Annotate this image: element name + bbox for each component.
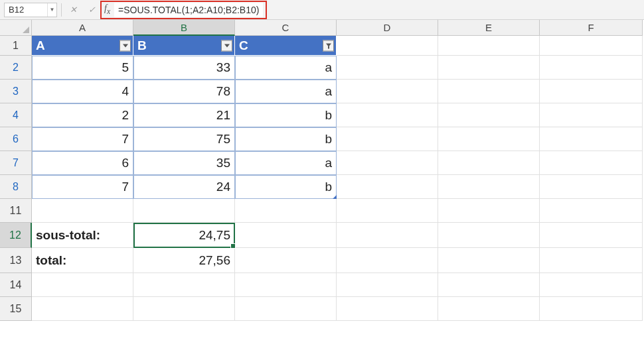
cell[interactable] <box>32 273 133 297</box>
filter-dropdown-icon[interactable] <box>120 40 131 51</box>
filter-dropdown-icon[interactable] <box>221 40 232 51</box>
cell[interactable] <box>337 297 438 321</box>
cell[interactable] <box>540 36 643 56</box>
table-cell[interactable]: b <box>235 175 337 199</box>
total-label-cell[interactable]: total: <box>32 248 133 273</box>
column-header-C[interactable]: C <box>235 20 337 36</box>
table-header-B[interactable]: B <box>133 36 235 56</box>
cell[interactable] <box>540 297 643 321</box>
cell[interactable] <box>235 273 337 297</box>
table-cell[interactable]: a <box>235 56 337 80</box>
table-cell[interactable]: 7 <box>32 175 133 199</box>
table-cell[interactable]: 35 <box>133 151 235 175</box>
cell[interactable] <box>337 273 438 297</box>
row-header-7[interactable]: 7 <box>0 151 32 175</box>
cell[interactable] <box>133 273 235 297</box>
cell[interactable] <box>540 273 643 297</box>
cell[interactable] <box>235 297 337 321</box>
row-header-1[interactable]: 1 <box>0 36 32 56</box>
cell[interactable] <box>438 151 540 175</box>
column-header-B[interactable]: B <box>133 20 235 36</box>
column-header-A[interactable]: A <box>32 20 133 36</box>
cell[interactable] <box>337 175 438 199</box>
table-cell[interactable]: 4 <box>32 80 133 103</box>
spreadsheet-grid[interactable]: A B C D E F 1 2 3 4 6 7 8 11 12 13 14 15… <box>0 20 644 362</box>
cell[interactable] <box>438 56 540 80</box>
cell[interactable] <box>540 103 643 127</box>
subtotal-value-cell[interactable]: 24,75 <box>133 223 235 248</box>
cell[interactable] <box>438 175 540 199</box>
cell[interactable] <box>133 297 235 321</box>
cell[interactable] <box>337 80 438 103</box>
cell[interactable] <box>133 199 235 223</box>
cell[interactable] <box>337 248 438 273</box>
row-header-11[interactable]: 11 <box>0 199 32 223</box>
cell[interactable] <box>438 297 540 321</box>
column-header-F[interactable]: F <box>540 20 643 36</box>
cell[interactable] <box>438 103 540 127</box>
name-box-dropdown-icon[interactable]: ▼ <box>47 3 56 17</box>
table-cell[interactable]: 24 <box>133 175 235 199</box>
cell[interactable] <box>540 175 643 199</box>
select-all-corner[interactable] <box>0 20 32 36</box>
table-cell[interactable]: 78 <box>133 80 235 103</box>
table-cell[interactable]: b <box>235 103 337 127</box>
filter-active-icon[interactable] <box>323 40 334 51</box>
table-header-A[interactable]: A <box>32 36 133 56</box>
cell[interactable] <box>438 273 540 297</box>
column-header-E[interactable]: E <box>438 20 540 36</box>
cell[interactable] <box>540 151 643 175</box>
cell[interactable] <box>32 297 133 321</box>
row-header-13[interactable]: 13 <box>0 248 32 273</box>
accept-formula-icon[interactable]: ✓ <box>84 3 99 17</box>
row-header-15[interactable]: 15 <box>0 297 32 321</box>
cancel-formula-icon[interactable]: ✕ <box>66 3 80 17</box>
subtotal-label-cell[interactable]: sous-total: <box>32 223 133 248</box>
cell[interactable] <box>540 56 643 80</box>
column-header-D[interactable]: D <box>337 20 438 36</box>
row-header-14[interactable]: 14 <box>0 273 32 297</box>
cell[interactable] <box>438 127 540 151</box>
cell[interactable] <box>540 248 643 273</box>
total-value-cell[interactable]: 27,56 <box>133 248 235 273</box>
cell[interactable] <box>540 80 643 103</box>
table-cell[interactable]: 6 <box>32 151 133 175</box>
cell[interactable] <box>438 223 540 248</box>
cell[interactable] <box>235 248 337 273</box>
cell[interactable] <box>540 127 643 151</box>
table-cell[interactable]: 75 <box>133 127 235 151</box>
cell[interactable] <box>337 127 438 151</box>
formula-input[interactable]: =SOUS.TOTAL(1;A2:A10;B2:B10) <box>114 3 263 17</box>
cell[interactable] <box>337 103 438 127</box>
cell[interactable] <box>337 36 438 56</box>
table-cell[interactable]: 2 <box>32 103 133 127</box>
table-cell[interactable]: a <box>235 80 337 103</box>
table-cell[interactable]: b <box>235 127 337 151</box>
cell[interactable] <box>235 199 337 223</box>
row-header-8[interactable]: 8 <box>0 175 32 199</box>
cell[interactable] <box>337 223 438 248</box>
table-cell[interactable]: a <box>235 151 337 175</box>
table-cell[interactable]: 21 <box>133 103 235 127</box>
fx-icon[interactable]: fx <box>104 3 110 16</box>
name-box[interactable]: B12 ▼ <box>4 3 57 17</box>
cell[interactable] <box>32 199 133 223</box>
cell[interactable] <box>337 151 438 175</box>
table-header-C[interactable]: C <box>235 36 337 56</box>
row-header-4[interactable]: 4 <box>0 103 32 127</box>
cell[interactable] <box>540 223 643 248</box>
cell[interactable] <box>438 199 540 223</box>
table-resize-handle-icon[interactable] <box>333 195 337 199</box>
cell[interactable] <box>438 80 540 103</box>
table-cell[interactable]: 33 <box>133 56 235 80</box>
cell[interactable] <box>438 248 540 273</box>
cell[interactable] <box>540 199 643 223</box>
table-cell[interactable]: 7 <box>32 127 133 151</box>
cell[interactable] <box>337 56 438 80</box>
cell[interactable] <box>235 223 337 248</box>
cell[interactable] <box>337 199 438 223</box>
row-header-6[interactable]: 6 <box>0 127 32 151</box>
row-header-12[interactable]: 12 <box>0 223 32 248</box>
table-cell[interactable]: 5 <box>32 56 133 80</box>
row-header-3[interactable]: 3 <box>0 80 32 103</box>
